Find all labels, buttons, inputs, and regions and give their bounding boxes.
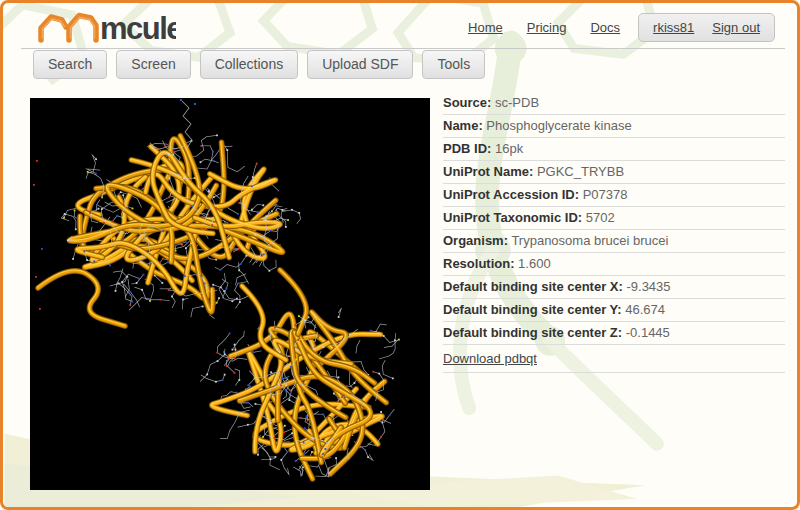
tab-search[interactable]: Search (33, 50, 107, 79)
detail-value: 1.600 (515, 256, 551, 271)
logo-text: mcule (100, 11, 176, 46)
detail-label: PDB ID: (443, 141, 491, 156)
detail-row-default-binding-site-center-z: Default binding site center Z: -0.1445 (443, 322, 785, 345)
logo-hexagon-icon-2 (69, 16, 96, 41)
protein-viewer[interactable] (30, 98, 430, 490)
detail-row-default-binding-site-center-y: Default binding site center Y: 46.674 (443, 299, 785, 322)
detail-row-name: Name: Phosphoglycerate kinase (443, 115, 785, 138)
tab-upload-sdf[interactable]: Upload SDF (307, 50, 413, 79)
user-box: rkiss81 Sign out (638, 13, 775, 42)
tab-tools[interactable]: Tools (422, 50, 485, 79)
detail-row-organism: Organism: Trypanosoma brucei brucei (443, 230, 785, 253)
detail-label: Default binding site center Y: (443, 302, 622, 317)
detail-value: Trypanosoma brucei brucei (508, 233, 668, 248)
detail-row-source: Source: sc-PDB (443, 92, 785, 115)
top-nav: HomePricingDocs rkiss81 Sign out (468, 12, 775, 42)
detail-value: 16pk (491, 141, 523, 156)
mcule-target-details-page: { "page": { "frame_color": "#e8832a", "b… (0, 0, 800, 510)
nav-links: HomePricingDocs (468, 20, 620, 35)
detail-label: Source: (443, 95, 491, 110)
detail-value: -0.1445 (622, 325, 670, 340)
logo-hexagon-icon (41, 17, 66, 40)
detail-label: UniProt Taxonomic ID: (443, 210, 582, 225)
protein-structure-image[interactable] (30, 98, 430, 490)
detail-label: Organism: (443, 233, 508, 248)
target-details-panel: Source: sc-PDBName: Phosphoglycerate kin… (443, 92, 785, 373)
username-link[interactable]: rkiss81 (653, 20, 694, 35)
header-divider (21, 48, 785, 49)
detail-row-resolution: Resolution: 1.600 (443, 253, 785, 276)
detail-row-uniprot-accession-id: UniProt Accession ID: P07378 (443, 184, 785, 207)
nav-link-home[interactable]: Home (468, 20, 503, 35)
mcule-logo[interactable]: mcule (36, 7, 176, 51)
detail-label: UniProt Name: (443, 164, 533, 179)
detail-value: -9.3435 (623, 279, 671, 294)
detail-row-uniprot-taxonomic-id: UniProt Taxonomic ID: 5702 (443, 207, 785, 230)
detail-label: UniProt Accession ID: (443, 187, 579, 202)
detail-row-uniprot-name: UniProt Name: PGKC_TRYBB (443, 161, 785, 184)
nav-link-docs[interactable]: Docs (590, 20, 620, 35)
download-row: Download pdbqt (443, 345, 785, 373)
download-pdbqt-link[interactable]: Download pdbqt (443, 351, 537, 366)
detail-value: 5702 (582, 210, 615, 225)
detail-label: Default binding site center Z: (443, 325, 622, 340)
nav-link-pricing[interactable]: Pricing (527, 20, 567, 35)
detail-value: P07378 (579, 187, 627, 202)
sign-out-link[interactable]: Sign out (712, 20, 760, 35)
detail-value: sc-PDB (491, 95, 539, 110)
detail-value: PGKC_TRYBB (533, 164, 624, 179)
detail-label: Name: (443, 118, 483, 133)
tab-screen[interactable]: Screen (116, 50, 190, 79)
detail-value: 46.674 (622, 302, 665, 317)
detail-row-pdb-id: PDB ID: 16pk (443, 138, 785, 161)
detail-label: Default binding site center X: (443, 279, 623, 294)
detail-row-default-binding-site-center-x: Default binding site center X: -9.3435 (443, 276, 785, 299)
detail-value: Phosphoglycerate kinase (483, 118, 632, 133)
tab-collections[interactable]: Collections (200, 50, 298, 79)
detail-label: Resolution: (443, 256, 515, 271)
main-tabs: SearchScreenCollectionsUpload SDFTools (33, 50, 485, 79)
